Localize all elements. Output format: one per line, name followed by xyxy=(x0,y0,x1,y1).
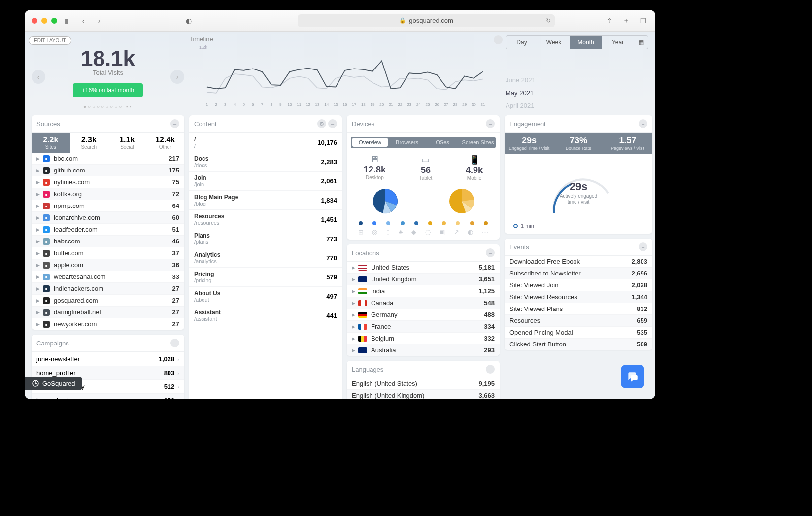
source-row[interactable]: ▶∎iconarchive.com60 xyxy=(32,211,184,223)
source-row[interactable]: ▶∎indiehackers.com27 xyxy=(32,282,184,294)
svg-text:25: 25 xyxy=(426,103,430,107)
source-row[interactable]: ▶∎newyorker.com27 xyxy=(32,318,184,330)
source-row[interactable]: ▶∎buffer.com37 xyxy=(32,247,184,259)
location-row[interactable]: ▶United States5,181 xyxy=(347,262,500,273)
share-icon[interactable]: ⇪ xyxy=(604,15,615,26)
minimize-window[interactable] xyxy=(41,18,47,24)
tab-week[interactable]: Week xyxy=(538,36,570,49)
language-row[interactable]: English (United Kingdom)3,663 xyxy=(347,389,500,399)
source-row[interactable]: ▶∎daringfireball.net27 xyxy=(32,306,184,318)
content-row[interactable]: Docs/docs2,283 xyxy=(189,152,342,171)
content-row[interactable]: Resources/resources1,451 xyxy=(189,209,342,229)
source-row[interactable]: ▶∎github.com175 xyxy=(32,164,184,176)
calendar-icon[interactable]: ▦ xyxy=(634,36,648,49)
tab-month[interactable]: Month xyxy=(570,36,602,49)
svg-text:5: 5 xyxy=(242,103,245,107)
source-row[interactable]: ▶∎kottke.org72 xyxy=(32,188,184,200)
content-row[interactable]: //10,176 xyxy=(189,133,342,152)
event-row[interactable]: Clicked Start Button509 xyxy=(505,338,652,350)
source-row[interactable]: ▶∎habr.com46 xyxy=(32,235,184,247)
svg-text:27: 27 xyxy=(444,103,448,107)
event-row[interactable]: Site: Viewed Plans832 xyxy=(505,303,652,314)
kpi-next[interactable]: › xyxy=(170,70,184,84)
devices-tab[interactable]: Screen Sizes xyxy=(460,137,496,148)
gear-icon[interactable]: ⚙ xyxy=(317,119,326,128)
event-row[interactable]: Opened Pricing Modal535 xyxy=(505,326,652,338)
reload-icon[interactable]: ↻ xyxy=(546,17,551,24)
card-collapse-icon[interactable]: – xyxy=(170,339,179,347)
content-row[interactable]: Plans/plans773 xyxy=(189,229,342,248)
card-collapse-icon[interactable]: – xyxy=(639,242,647,251)
event-row[interactable]: Subscribed to Newsletter2,696 xyxy=(505,267,652,279)
new-tab-icon[interactable]: ＋ xyxy=(621,15,632,26)
devices-tab[interactable]: Browsers xyxy=(389,137,425,148)
month-option[interactable]: May 2021 xyxy=(506,87,648,100)
month-option[interactable]: April 2021 xyxy=(506,100,648,112)
sources-tab[interactable]: 2.3kSearch xyxy=(70,133,108,153)
source-row[interactable]: ▶∎gosquared.com27 xyxy=(32,294,184,306)
location-row[interactable]: ▶Germany488 xyxy=(347,309,500,320)
timeline-collapse[interactable]: – xyxy=(494,35,503,44)
source-row[interactable]: ▶∎npmjs.com64 xyxy=(32,200,184,211)
location-row[interactable]: ▶United Kingdom3,651 xyxy=(347,273,500,285)
location-row[interactable]: ▶Belgium332 xyxy=(347,332,500,344)
tab-day[interactable]: Day xyxy=(506,36,538,49)
location-row[interactable]: ▶India1,125 xyxy=(347,285,500,297)
tab-year[interactable]: Year xyxy=(602,36,634,49)
chrome-icon: ◎ xyxy=(372,228,377,236)
gosquared-badge[interactable]: GoSquared xyxy=(25,377,82,390)
location-row[interactable]: ▶France334 xyxy=(347,320,500,332)
svg-text:9: 9 xyxy=(279,103,282,107)
card-collapse-icon[interactable]: – xyxy=(639,119,647,128)
event-row[interactable]: Site: Viewed Resources1,344 xyxy=(505,291,652,303)
sources-tab[interactable]: 1.1kSocial xyxy=(108,133,146,153)
content-row[interactable]: Pricing/pricing579 xyxy=(189,267,342,286)
devices-tab[interactable]: OSes xyxy=(425,137,460,148)
sources-tab[interactable]: 12.4kOther xyxy=(146,133,185,153)
location-row[interactable]: ▶Canada548 xyxy=(347,297,500,309)
event-row[interactable]: Site: Viewed Join2,028 xyxy=(505,279,652,291)
campaign-row[interactable]: home_feed350› xyxy=(32,393,184,399)
sources-tab[interactable]: 2.2kSites xyxy=(32,133,70,153)
content-row[interactable]: Analytics/analytics770 xyxy=(189,248,342,267)
source-row[interactable]: ▶∎nytimes.com75 xyxy=(32,176,184,188)
svg-text:1: 1 xyxy=(206,103,208,107)
back-button[interactable]: ‹ xyxy=(78,15,89,26)
source-row[interactable]: ▶∎webartesanal.com33 xyxy=(32,271,184,282)
kpi-prev[interactable]: ‹ xyxy=(32,70,45,84)
svg-text:29: 29 xyxy=(462,103,467,107)
url-bar[interactable]: 🔒 gosquared.com ↻ xyxy=(298,14,555,27)
engagement-metric: 29sEngaged Time / Visit xyxy=(505,133,554,154)
card-collapse-icon[interactable]: – xyxy=(486,119,495,128)
tabs-overview-icon[interactable]: ❐ xyxy=(638,15,648,26)
kpi-card: ‹ › 18.1k Total Visits +16% on last mont… xyxy=(32,35,184,112)
content-row[interactable]: About Us/about497 xyxy=(189,286,342,306)
close-window[interactable] xyxy=(32,18,37,24)
source-row[interactable]: ▶∎apple.com36 xyxy=(32,259,184,271)
shield-icon[interactable]: ◐ xyxy=(183,15,194,26)
device-stat: ▭56Tablet xyxy=(419,154,433,181)
source-row[interactable]: ▶∎bbc.com217 xyxy=(32,153,184,164)
card-collapse-icon[interactable]: – xyxy=(328,119,337,128)
language-row[interactable]: English (United States)9,195 xyxy=(347,378,500,389)
forward-button[interactable]: › xyxy=(94,15,104,26)
content-row[interactable]: Join/join2,061 xyxy=(189,171,342,190)
campaign-row[interactable]: june-newsletter1,028› xyxy=(32,352,184,366)
month-option[interactable]: June 2021 xyxy=(506,74,648,87)
location-row[interactable]: ▶Australia293 xyxy=(347,344,500,356)
card-collapse-icon[interactable]: – xyxy=(486,248,495,257)
content-row[interactable]: Blog Main Page/blog1,834 xyxy=(189,190,342,209)
chat-button[interactable] xyxy=(621,365,644,388)
card-collapse-icon[interactable]: – xyxy=(170,119,179,128)
events-card: Events – Downloaded Free Ebook2,803Subsc… xyxy=(505,239,652,350)
maximize-window[interactable] xyxy=(51,18,57,24)
content-row[interactable]: Assistant/assistant441 xyxy=(189,306,342,325)
sidebar-toggle-icon[interactable]: ▥ xyxy=(62,15,73,26)
card-collapse-icon[interactable]: – xyxy=(486,365,495,374)
devices-tab[interactable]: Overview xyxy=(352,138,388,147)
svg-text:30: 30 xyxy=(472,103,476,107)
event-row[interactable]: Downloaded Free Ebook2,803 xyxy=(505,256,652,267)
source-row[interactable]: ▶∎leadfeeder.com51 xyxy=(32,223,184,235)
kpi-paginator[interactable]: ●○○○○○○○○ ▪▪ xyxy=(32,104,184,109)
event-row[interactable]: Resources659 xyxy=(505,314,652,326)
